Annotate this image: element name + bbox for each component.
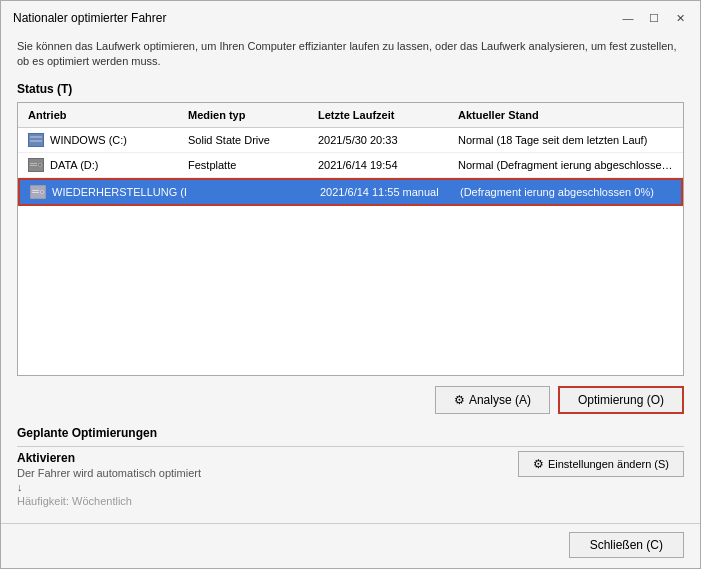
- main-window: Nationaler optimierter Fahrer — ☐ ✕ Sie …: [0, 0, 701, 569]
- hdd-icon: [28, 158, 44, 172]
- drive-cell-data: DATA (D:): [24, 156, 184, 174]
- analyse-label: Analyse (A): [469, 393, 531, 407]
- svg-rect-6: [30, 163, 37, 164]
- action-buttons: ⚙ Analyse (A) Optimierung (O): [17, 386, 684, 414]
- separator-arrow: ↓: [17, 481, 201, 493]
- drives-table: Antrieb Medien typ Letzte Laufzeit Aktue…: [17, 102, 684, 376]
- svg-rect-12: [32, 192, 39, 193]
- col-antrieb: Antrieb: [24, 107, 184, 123]
- col-laufzeit: Letzte Laufzeit: [314, 107, 454, 123]
- type-cell-data: Festplatte: [184, 157, 314, 173]
- maximize-button[interactable]: ☐: [642, 9, 666, 27]
- close-dialog-button[interactable]: Schließen (C): [569, 532, 684, 558]
- svg-rect-11: [32, 190, 39, 191]
- bottom-bar: Schließen (C): [1, 523, 700, 568]
- haeufigkeit-value: Wöchentlich: [72, 495, 132, 507]
- analyse-icon: ⚙: [454, 393, 465, 407]
- aktivieren-label: Aktivieren: [17, 451, 201, 465]
- optimierung-button[interactable]: Optimierung (O): [558, 386, 684, 414]
- title-controls: — ☐ ✕: [616, 9, 692, 27]
- svg-rect-7: [30, 165, 37, 166]
- einstellungen-label: Einstellungen ändern (S): [548, 458, 669, 470]
- optimierung-label: Optimierung (O): [578, 393, 664, 407]
- window-title: Nationaler optimierter Fahrer: [13, 11, 166, 25]
- svg-rect-2: [30, 140, 42, 142]
- col-stand: Aktueller Stand: [454, 107, 677, 123]
- minimize-button[interactable]: —: [616, 9, 640, 27]
- col-medientyp: Medien typ: [184, 107, 314, 123]
- lastrun-cell-data: 2021/6/14 19:54: [314, 157, 454, 173]
- drive-label-recovery: WIEDERHERSTELLUNG (E:...platte: [52, 186, 186, 198]
- aktivieren-desc: Der Fahrer wird automatisch optimiert: [17, 467, 201, 479]
- close-button[interactable]: ✕: [668, 9, 692, 27]
- status-cell-windows: Normal (18 Tage seit dem letzten Lauf): [454, 132, 677, 148]
- table-row[interactable]: WIEDERHERSTELLUNG (E:...platte 2021/6/14…: [18, 178, 683, 206]
- status-cell-data: Normal (Defragment ierung abgeschlossen …: [454, 157, 677, 173]
- lastrun-cell-windows: 2021/5/30 20:33: [314, 132, 454, 148]
- lastrun-cell-recovery: 2021/6/14 11:55 manual: [316, 184, 456, 200]
- geplante-row: Aktivieren Der Fahrer wird automatisch o…: [17, 451, 684, 507]
- table-row[interactable]: DATA (D:) Festplatte 2021/6/14 19:54 Nor…: [18, 153, 683, 178]
- einstellungen-icon: ⚙: [533, 457, 544, 471]
- svg-point-10: [41, 191, 43, 193]
- table-row[interactable]: WINDOWS (C:) Solid State Drive 2021/5/30…: [18, 128, 683, 153]
- ssd-icon: [28, 133, 44, 147]
- type-cell-recovery: [186, 190, 316, 194]
- einstellungen-button[interactable]: ⚙ Einstellungen ändern (S): [518, 451, 684, 477]
- haeufigkeit-key: Häufigkeit:: [17, 495, 69, 507]
- title-bar: Nationaler optimierter Fahrer — ☐ ✕: [1, 1, 700, 31]
- drive-label-windows: WINDOWS (C:): [50, 134, 127, 146]
- type-cell-windows: Solid State Drive: [184, 132, 314, 148]
- haeufigkeit-label: Häufigkeit: Wöchentlich: [17, 495, 201, 507]
- drive-label-data: DATA (D:): [50, 159, 98, 171]
- description-text: Sie können das Laufwerk optimieren, um I…: [17, 39, 684, 70]
- content-area: Sie können das Laufwerk optimieren, um I…: [1, 31, 700, 523]
- separator: [17, 446, 684, 447]
- table-header: Antrieb Medien typ Letzte Laufzeit Aktue…: [18, 103, 683, 128]
- svg-rect-1: [30, 136, 42, 138]
- drive-cell-recovery: WIEDERHERSTELLUNG (E:...platte: [26, 183, 186, 201]
- geplante-title: Geplante Optimierungen: [17, 426, 684, 440]
- analyse-button[interactable]: ⚙ Analyse (A): [435, 386, 550, 414]
- hdd-icon-recovery: [30, 185, 46, 199]
- status-label: Status (T): [17, 82, 684, 96]
- aktivieren-section: Aktivieren Der Fahrer wird automatisch o…: [17, 451, 201, 507]
- table-body: WINDOWS (C:) Solid State Drive 2021/5/30…: [18, 128, 683, 375]
- geplante-section: Geplante Optimierungen Aktivieren Der Fa…: [17, 426, 684, 511]
- svg-point-5: [39, 164, 41, 166]
- drive-cell-windows: WINDOWS (C:): [24, 131, 184, 149]
- status-cell-recovery: (Defragment ierung abgeschlossen 0%): [456, 184, 675, 200]
